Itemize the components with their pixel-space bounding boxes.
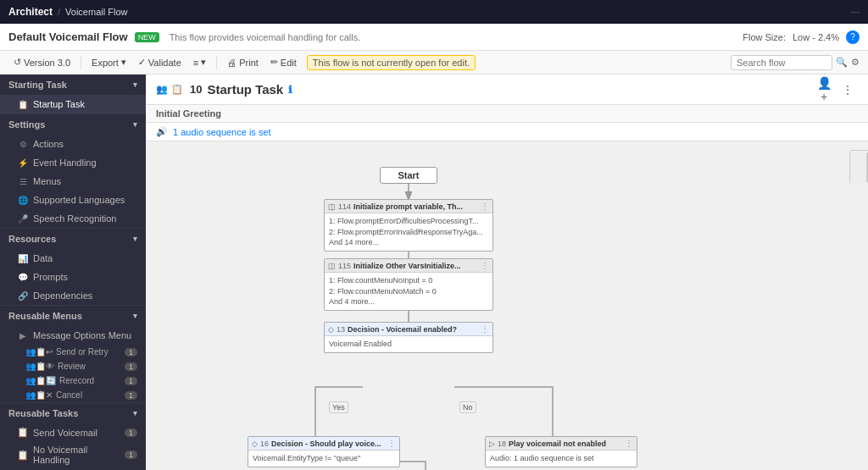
validate-button[interactable]: ✓ Validate — [133, 55, 186, 69]
version-label: Version 3.0 — [24, 58, 70, 68]
send-retry-icons: 👥📋↩ — [25, 347, 53, 357]
flow-name-label: Voicemail Flow — [65, 7, 127, 17]
audio-status-text: 1 audio sequence is set — [173, 127, 271, 137]
sidebar-item-data[interactable]: 📊 Data — [0, 249, 146, 268]
person-icon: 👥 — [156, 84, 168, 95]
print-button[interactable]: 🖨 Print — [222, 56, 264, 69]
sidebar-section-reusable-menus: Reusable Menus ▾ ▶ Message Options Menu … — [0, 306, 146, 403]
node-13-icon: ◇ — [328, 325, 334, 334]
send-retry-label: Send or Retry — [56, 347, 108, 357]
node-114-title: Initialize prompt variable, Th... — [353, 202, 478, 211]
node-13-menu-icon[interactable]: ⋮ — [481, 324, 489, 334]
node-115-menu-icon[interactable]: ⋮ — [481, 261, 489, 270]
warning-message: This flow is not currently open for edit… — [307, 55, 476, 70]
node-115-line1: 1: Flow.countMenuNoInput = 0 — [329, 275, 488, 286]
sidebar-sub-item-rerecord[interactable]: 👥📋🔄 Rerecord 1 — [0, 373, 146, 388]
node-114-menu-icon[interactable]: ⋮ — [481, 202, 489, 211]
sidebar-section-settings: Settings ▾ ⚙ Actions ⚡ Event Handling ☰ … — [0, 114, 146, 229]
node-16[interactable]: ◇ 16 Decision - Should play voice... ⋮ V… — [248, 436, 400, 467]
sidebar-sub-item-cancel[interactable]: 👥📋✕ Cancel 1 — [0, 388, 146, 402]
search-input[interactable] — [731, 55, 832, 70]
prompts-icon: 💬 — [17, 271, 29, 283]
node-115-id: 115 — [338, 262, 351, 270]
settings-header[interactable]: Settings ▾ — [0, 114, 146, 135]
node-13-body-text: Voicemail Enabled — [329, 339, 488, 350]
speech-icon: 🎤 — [17, 213, 29, 224]
edit-label: Edit — [281, 58, 297, 68]
export-label: Export — [92, 58, 119, 68]
sidebar-item-dependencies[interactable]: 🔗 Dependencies — [0, 286, 146, 305]
sidebar-item-speech-recognition[interactable]: 🎤 Speech Recognition — [0, 209, 146, 228]
starting-task-header[interactable]: Starting Task ▾ — [0, 75, 146, 95]
sidebar-item-send-voicemail[interactable]: 📋 Send Voicemail 1 — [0, 423, 146, 441]
export-button[interactable]: Export ▾ — [86, 55, 131, 69]
sidebar-item-menus[interactable]: ☰ Menus — [0, 172, 146, 191]
content-area: 👥 📋 10 Startup Task ℹ 👤+ ⋮ Initial Greet… — [146, 75, 868, 470]
flow-size-label: Flow Size: — [743, 32, 786, 42]
node-16-body-text: Voicemail.EntityType != "queue" — [253, 453, 395, 464]
node-16-menu-icon[interactable]: ⋮ — [387, 439, 396, 448]
sidebar-item-actions[interactable]: ⚙ Actions — [0, 135, 146, 153]
resources-chevron-icon: ▾ — [133, 235, 137, 243]
canvas-inner: Start ◫ 114 Initialize prompt variable, … — [146, 141, 868, 470]
node-114-line1: 1: Flow.promptErrorDifficultiesProcessin… — [329, 216, 488, 227]
languages-label: Supported Languages — [33, 195, 125, 205]
reusable-tasks-label: Reusable Tasks — [8, 408, 78, 418]
flow-arrows — [146, 141, 868, 470]
node-18[interactable]: ▷ 18 Play voicemail not enabled ⋮ Audio:… — [485, 436, 637, 467]
task-info-icon[interactable]: ℹ — [288, 84, 292, 96]
sidebar-item-no-voicemail-handling[interactable]: 📋 No Voicemail Handling 1 — [0, 441, 146, 468]
node-16-icon: ◇ — [252, 440, 258, 448]
content-header: 👥 📋 10 Startup Task ℹ 👤+ ⋮ — [146, 75, 868, 105]
node-115[interactable]: ◫ 115 Initialize Other VarsInitialize...… — [324, 258, 493, 311]
sidebar-item-prompts[interactable]: 💬 Prompts — [0, 268, 146, 286]
start-node[interactable]: Start — [380, 167, 437, 184]
data-icon: 📊 — [17, 252, 29, 264]
resources-header[interactable]: Resources ▾ — [0, 229, 146, 249]
more-options-button[interactable]: ⋮ — [837, 80, 858, 100]
menus-label: Menus — [33, 176, 61, 186]
sidebar-item-supported-languages[interactable]: 🌐 Supported Languages — [0, 191, 146, 209]
node-13[interactable]: ◇ 13 Decision - Voicemail enabled? ⋮ Voi… — [324, 322, 493, 353]
help-icon[interactable]: ? — [846, 30, 860, 44]
node-18-header: ▷ 18 Play voicemail not enabled ⋮ — [486, 437, 637, 451]
sidebar-section-reusable-tasks: Reusable Tasks ▾ 📋 Send Voicemail 1 📋 No… — [0, 403, 146, 470]
sidebar-sub-item-send-retry[interactable]: 👥📋↩ Send or Retry 1 — [0, 345, 146, 359]
search-icon[interactable]: 🔍 — [836, 57, 848, 68]
node-16-title: Decision - Should play voice... — [271, 440, 385, 448]
send-voicemail-label: Send Voicemail — [33, 428, 97, 438]
send-retry-count: 1 — [125, 348, 137, 357]
main-layout: Starting Task ▾ 📋 Startup Task Settings … — [0, 75, 868, 470]
node-18-menu-icon[interactable]: ⋮ — [625, 439, 633, 448]
languages-icon: 🌐 — [17, 194, 29, 206]
node-18-body: Audio: 1 audio sequence is set — [486, 451, 637, 467]
data-label: Data — [33, 253, 53, 263]
list-chevron-icon: ▾ — [201, 57, 206, 68]
print-label: Print — [239, 58, 259, 68]
flow-canvas[interactable]: Start ◫ 114 Initialize prompt variable, … — [146, 141, 868, 470]
review-icons: 👥📋👁 — [25, 362, 54, 371]
sidebar-sub-item-review[interactable]: 👥📋👁 Review 1 — [0, 359, 146, 373]
sidebar: Starting Task ▾ 📋 Startup Task Settings … — [0, 75, 146, 470]
menu-icon: ▶ — [17, 329, 29, 341]
settings-label: Settings — [8, 119, 45, 130]
no-voicemail-label: No Voicemail Handling — [33, 445, 120, 465]
sidebar-item-message-options-menu[interactable]: ▶ Message Options Menu — [0, 326, 146, 345]
reusable-tasks-chevron-icon: ▾ — [133, 409, 137, 417]
version-button[interactable]: ↺ Version 3.0 — [8, 55, 75, 69]
yes-label-13: Yes — [329, 401, 348, 413]
list-view-button[interactable]: ≡ ▾ — [188, 55, 211, 69]
sidebar-item-event-handling[interactable]: ⚡ Event Handling — [0, 153, 146, 172]
event-handling-icon: ⚡ — [17, 157, 29, 169]
flow-title: Default Voicemail Flow — [8, 30, 128, 43]
search-settings-icon[interactable]: ⚙ — [851, 57, 860, 68]
add-action-button[interactable]: 👤+ — [814, 80, 834, 100]
node-16-id: 16 — [260, 440, 269, 448]
edit-button[interactable]: ✏ Edit — [265, 55, 302, 69]
reusable-menus-header[interactable]: Reusable Menus ▾ — [0, 306, 146, 326]
version-icon: ↺ — [14, 57, 21, 68]
reusable-tasks-header[interactable]: Reusable Tasks ▾ — [0, 403, 146, 423]
sidebar-item-startup-task[interactable]: 📋 Startup Task — [0, 95, 146, 113]
node-114[interactable]: ◫ 114 Initialize prompt variable, Th... … — [324, 199, 493, 252]
send-voicemail-count: 1 — [125, 429, 137, 437]
